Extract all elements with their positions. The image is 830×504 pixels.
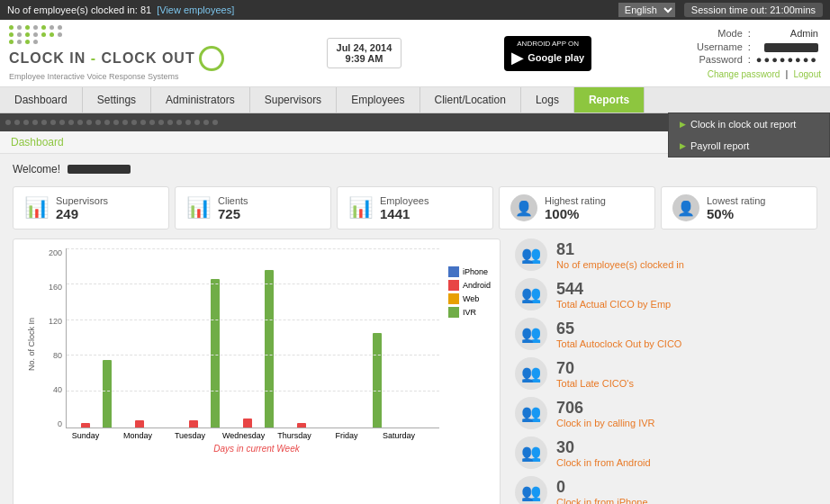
supervisors-label: Supervisors [56,195,108,206]
bar-group-tuesday [178,279,220,428]
nav-client-location[interactable]: Client/Location [420,87,521,112]
chart-area: No. of Clock In 0 40 80 120 160 200 [13,238,501,504]
side-stat-4: 👥 706 Clock in by calling IVR [515,397,817,429]
bar-monday-android [135,420,144,428]
stats-side: 👥 81 No of employee(s) clocked in 👥 544 … [515,238,817,504]
highest-rating-avatar: 👤 [510,194,537,221]
legend-android: Android [448,280,491,291]
lowest-rating-label: Lowest rating [707,195,765,206]
nav-supervisors[interactable]: Supervisors [250,87,337,112]
user-info: Mode : Admin Username : Password : ●●●●●… [694,27,821,78]
nav-administrators[interactable]: Administrators [151,87,250,112]
gp-title: Google play [528,52,584,63]
x-label-saturday: Saturday [379,431,419,440]
y-axis-label: No. of Clock In [27,318,36,371]
stats-cards-row: 📊 Supervisors 249 📊 Clients 725 📊 Employ… [0,181,830,238]
lowest-rating-avatar: 👤 [672,194,699,221]
bar-sunday-ivr [103,360,112,428]
chart-legend: iPhone Android Web IVR [448,248,491,428]
nav-logs[interactable]: Logs [521,87,574,112]
side-stat-desc-1: Total Actual CICO by Emp [556,299,671,310]
chart-footer: Days in current Week [23,444,491,454]
side-stat-icon-1: 👥 [515,278,547,310]
clients-label: Clients [218,195,248,206]
clients-icon: 📊 [186,196,211,220]
password-value: ●●●●●●●● [756,54,818,65]
x-label-monday: Monday [118,431,158,440]
side-stat-value-1: 544 [556,280,671,299]
y-tick-200: 200 [49,248,62,257]
legend-android-label: Android [463,281,491,290]
side-stat-desc-5: Clock in from Android [556,457,651,468]
welcome-user-redact [68,165,131,174]
dropdown-arrow-1: ▶ [680,120,686,129]
legend-web: Web [448,293,491,304]
side-stat-desc-2: Total Autoclock Out by CICO [556,338,681,349]
lowest-rating-value: 50% [707,206,765,221]
legend-iphone: iPhone [448,266,491,277]
stat-card-lowest-rating[interactable]: 👤 Lowest rating 50% [661,186,817,230]
logo-dots [9,25,224,44]
side-stat-value-0: 81 [556,240,684,259]
side-stat-icon-6: 👥 [515,476,547,504]
side-stat-icon-5: 👥 [515,436,547,469]
nav-employees[interactable]: Employees [337,87,420,112]
change-password-link[interactable]: Change password [708,69,780,79]
bar-group-sunday [70,360,112,428]
legend-web-color [448,293,459,304]
dropdown-payroll-report[interactable]: ▶ Payroll report [669,135,829,157]
side-stat-icon-0: 👥 [515,238,547,271]
username-value [764,43,818,52]
bar-group-friday [340,333,382,428]
x-label-tuesday: Tuesday [170,431,210,440]
stat-card-highest-rating[interactable]: 👤 Highest rating 100% [499,186,655,230]
session-timeout: Session time out: 21:00mins [684,3,823,17]
logo-block: CLOCK IN - CLOCK OUT Employee Interactiv… [9,25,224,81]
x-label-sunday: Sunday [66,431,105,440]
side-stat-value-5: 30 [556,438,651,457]
legend-web-label: Web [463,294,479,303]
user-info-table: Mode : Admin Username : Password : ●●●●●… [694,27,821,65]
bar-group-wednesday [232,270,274,428]
x-label-wednesday: Wednesday [222,431,262,440]
legend-ivr-color [448,307,459,318]
nav-dashboard[interactable]: Dashboard [0,87,83,112]
side-stat-icon-2: 👥 [515,318,547,350]
date-display: Jul 24, 2014 [337,42,392,53]
view-employees-link[interactable]: [View employees] [157,4,234,15]
stat-card-employees[interactable]: 📊 Employees 1441 [337,186,493,230]
stat-card-supervisors[interactable]: 📊 Supervisors 249 [13,186,169,230]
side-stat-0: 👥 81 No of employee(s) clocked in [515,238,817,271]
bar-wednesday-ivr [265,270,274,428]
side-stat-2: 👥 65 Total Autoclock Out by CICO [515,318,817,350]
bar-tuesday-ivr [211,279,220,428]
side-stat-value-6: 0 [556,478,648,497]
x-labels: Sunday Monday Tuesday Wednesday Thursday… [41,431,491,440]
side-stat-desc-6: Clock in from iPhone [556,497,648,505]
side-stat-icon-3: 👥 [515,357,547,390]
side-stat-1: 👥 544 Total Actual CICO by Emp [515,278,817,310]
time-display: 9:39 AM [337,53,392,64]
supervisors-value: 249 [56,206,108,221]
nav-bar: Dashboard Settings Administrators Superv… [0,87,830,113]
welcome-text: Welcome! [13,163,60,176]
mode-label: Mode [694,27,745,40]
dropdown-arrow-2: ▶ [680,141,686,150]
nav-settings[interactable]: Settings [83,87,151,112]
google-play-badge[interactable]: ANDROID APP ON ▶ Google play [504,36,591,71]
gp-icon: ▶ [511,48,524,68]
employees-label: Employees [380,195,429,206]
mode-value: Admin [753,27,821,40]
password-label: Password [694,53,745,66]
bar-sunday-android [81,423,90,428]
stat-card-clients[interactable]: 📊 Clients 725 [175,186,331,230]
y-tick-120: 120 [49,317,62,326]
dropdown-clock-report[interactable]: ▶ Clock in clock out report [669,113,829,135]
bar-tuesday-android [189,420,198,428]
gp-pre: ANDROID APP ON [517,40,579,48]
logout-link[interactable]: Logout [793,69,821,79]
nav-reports[interactable]: Reports [574,87,645,112]
welcome-area: Welcome! [0,154,830,181]
logo-circle [199,46,224,71]
language-select[interactable]: English [618,3,675,17]
